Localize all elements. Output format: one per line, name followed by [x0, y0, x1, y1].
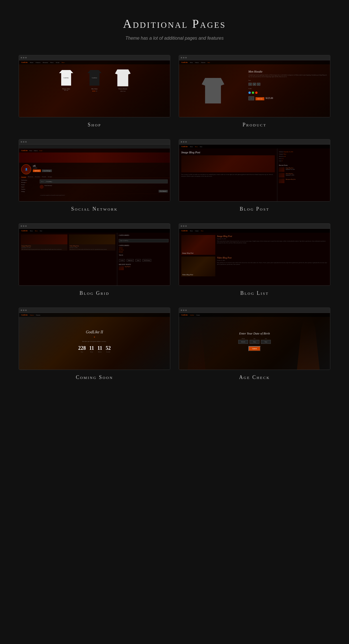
quantity-input: 1 — [248, 96, 254, 100]
browser-dot-c3 — [25, 310, 27, 311]
age-check-figure-left — [187, 324, 207, 370]
age-check-brand: GodLike — [181, 314, 188, 316]
product-nav: GodLike Home Features Elements Store — [179, 60, 330, 64]
email-label: Email 1 — [21, 186, 38, 188]
social-username: nK — [33, 164, 52, 167]
post-avatar — [40, 185, 44, 189]
size-l: L — [257, 83, 260, 86]
add-friend-btn[interactable]: Add Friend — [33, 170, 41, 172]
hoodie-large-img — [202, 78, 224, 103]
browser-dot-a1 — [181, 310, 182, 311]
age-check-content: GodLike GodLike Contact Enter Your Date … — [179, 313, 330, 370]
browser-dot-b2 — [183, 141, 184, 143]
coming-soon-content: GodLike Features Elements GodLike II ✦ Y… — [19, 313, 170, 370]
month-input[interactable] — [238, 340, 248, 344]
social-sidebar-left: Notifications Messages 3 Friends Email 1… — [21, 179, 38, 196]
page-title: Additional Pages — [123, 17, 226, 31]
product-price-row: 1 Add to Cart $125.00 — [248, 96, 327, 100]
coming-soon-bg: GodLike Features Elements GodLike II ✦ Y… — [19, 313, 170, 370]
product-img-1: GodLike — [58, 69, 75, 87]
blog-grid-sidebar: Categories Categories Archives Live News… — [117, 233, 170, 285]
product-title: Men Hoodie — [248, 70, 327, 73]
blog-list-main: Image Blog Post Image Blog Post Septembe… — [179, 233, 330, 285]
follow-buttons: Add Friend Leave Message — [33, 170, 52, 172]
tab-personal[interactable]: Personal — [21, 176, 26, 178]
blog-post-item: GodLike Home News Store Image Blog Post … — [179, 139, 330, 212]
product-size-label: Size — [248, 80, 327, 81]
blog-post-title: Image Blog Post — [181, 151, 275, 154]
browser-dot-g1 — [21, 225, 22, 227]
coming-soon-screenshot: GodLike Features Elements GodLike II ✦ Y… — [19, 308, 170, 370]
sidebar-search-input[interactable] — [119, 239, 169, 242]
social-nav-features: Features — [34, 150, 38, 151]
tag-4: World Fantasy — [142, 259, 151, 262]
blog-list-brand: GodLike — [181, 230, 188, 232]
social-content: GodLike Home Features Social 👤 — [19, 145, 170, 201]
color-green — [252, 92, 254, 94]
coming-soon-nav-elements: Elements — [36, 314, 40, 316]
add-to-cart-button[interactable]: Add to Cart — [256, 97, 264, 100]
blog-list-item: GodLike Home Contact News Image Blog Pos… — [179, 223, 330, 296]
shop-nav-item-4: News — [50, 62, 53, 63]
category-1: Archives — [119, 247, 169, 249]
tags-container: London Nightswan Anime World Fantasy — [119, 257, 169, 262]
blog-nav-active: News — [195, 146, 197, 147]
product-left — [179, 64, 247, 117]
blog-brand: GodLike — [181, 146, 188, 147]
tab-favorites[interactable]: Favorites — [35, 176, 40, 178]
blog-category: News — [284, 153, 286, 155]
coming-soon-brand: GodLike — [21, 314, 28, 316]
recent-post-1: Image Blog Post September 16, 2016 — [279, 167, 329, 172]
social-network-item: GodLike Home Features Social 👤 — [19, 139, 170, 212]
product-nav-features: Features — [195, 62, 199, 63]
recent-title-3: Blackquote Blog Post — [286, 179, 295, 180]
age-check-fields: Month Day Year — [238, 338, 271, 344]
recent-post-grid-1: Image Blog Post — [119, 266, 169, 270]
browser-dot-3 — [25, 57, 27, 58]
browser-dot-s1 — [21, 141, 22, 143]
blog-list-screenshot: GodLike Home Contact News Image Blog Pos… — [179, 223, 330, 286]
product-nav-elements: Elements — [201, 62, 205, 63]
blog-list-thumb-2: Video Blog Post — [181, 257, 215, 276]
blog-list-overlay-2: Video Blog Post — [182, 274, 193, 276]
tab-groups[interactable]: Groups — [48, 176, 52, 178]
tab-mentions[interactable]: Mentions — [28, 176, 33, 178]
day-input[interactable] — [250, 340, 259, 344]
blog-meta: Published: September 16, 2016 Category: … — [279, 151, 329, 162]
product-name-2: Men Tshirt — [91, 88, 98, 90]
browser-bar-age — [179, 308, 330, 313]
social-nav-active: Social — [39, 150, 42, 151]
post-libraries[interactable]: Post Libraries — [159, 190, 168, 192]
year-label: Year — [265, 338, 267, 339]
browser-dot-2 — [23, 57, 24, 58]
product-price-display: $125.00 — [266, 97, 273, 99]
blog-nav-home: Home — [190, 146, 193, 147]
recent-post-3: Blackquote Blog Post — [279, 179, 329, 183]
social-avatar: 👤 — [21, 164, 31, 174]
recent-title-grid-1: Image Blog Post — [125, 266, 130, 270]
blog-views: 13 — [282, 158, 284, 159]
countdown-days-num: 228 — [78, 346, 86, 351]
age-check-submit-button[interactable]: Submit — [248, 346, 261, 351]
browser-dot-c1 — [21, 310, 22, 311]
age-check-day-field: Day — [250, 338, 259, 344]
tab-friends[interactable]: Friends — [42, 176, 46, 178]
browser-dot-l2 — [183, 225, 184, 227]
social-main-area: 👤 nK London Add Friend Leave Message — [19, 163, 170, 176]
browser-dot-l3 — [185, 225, 187, 227]
shop-nav-item-5: Social — [56, 62, 59, 63]
coming-soon-label: Coming Soon — [76, 374, 113, 380]
blog-list-nav-home: Home — [190, 230, 193, 232]
blog-post-content: GodLike Home News Store Image Blog Post … — [179, 145, 330, 201]
blog-post-label: Blog Post — [240, 206, 269, 212]
shop-nav-item-store: Store — [61, 62, 65, 63]
leave-message-btn[interactable]: Leave Message — [42, 170, 52, 172]
blog-grid-items: Image Blog Post September 16, 2016 Nhaec… — [21, 234, 115, 251]
blog-list-title-1: Image Blog Post — [217, 235, 328, 238]
blog-list-date-2: October 11, 2016 — [217, 260, 328, 261]
page-wrapper: Additional Pages Theme has a lot of addi… — [0, 0, 349, 403]
browser-dot-p2 — [183, 57, 184, 58]
year-input[interactable] — [261, 340, 271, 344]
blog-list-post-2: Video Blog Post Video Blog Post October … — [181, 257, 328, 276]
browser-dot-g3 — [25, 225, 27, 227]
